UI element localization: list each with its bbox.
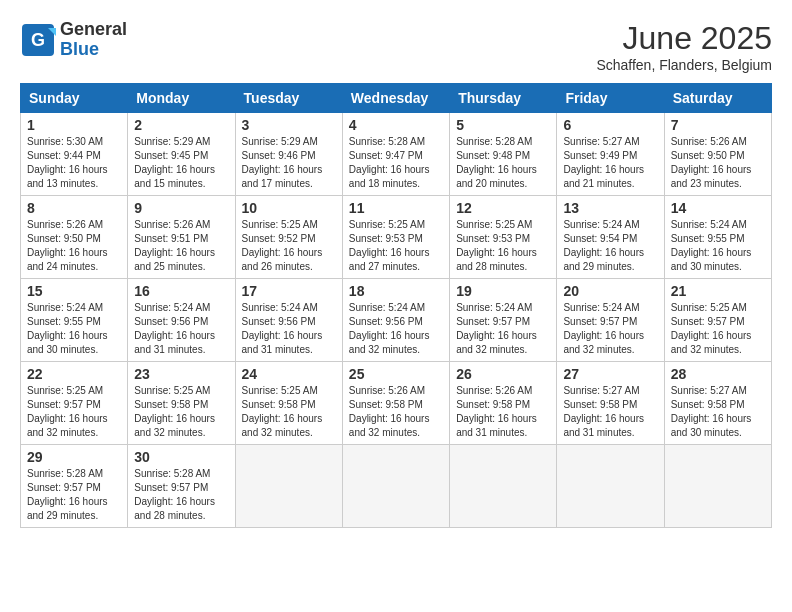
calendar-cell: 1 Sunrise: 5:30 AM Sunset: 9:44 PM Dayli… (21, 113, 128, 196)
day-header-monday: Monday (128, 84, 235, 113)
day-info: Sunrise: 5:28 AM Sunset: 9:57 PM Dayligh… (27, 467, 121, 523)
day-info: Sunrise: 5:25 AM Sunset: 9:53 PM Dayligh… (456, 218, 550, 274)
calendar-cell: 2 Sunrise: 5:29 AM Sunset: 9:45 PM Dayli… (128, 113, 235, 196)
day-number: 22 (27, 366, 121, 382)
location: Schaffen, Flanders, Belgium (596, 57, 772, 73)
day-header-wednesday: Wednesday (342, 84, 449, 113)
day-header-friday: Friday (557, 84, 664, 113)
day-number: 23 (134, 366, 228, 382)
calendar-cell: 4 Sunrise: 5:28 AM Sunset: 9:47 PM Dayli… (342, 113, 449, 196)
day-info: Sunrise: 5:25 AM Sunset: 9:57 PM Dayligh… (671, 301, 765, 357)
day-number: 30 (134, 449, 228, 465)
day-info: Sunrise: 5:25 AM Sunset: 9:58 PM Dayligh… (242, 384, 336, 440)
day-info: Sunrise: 5:24 AM Sunset: 9:54 PM Dayligh… (563, 218, 657, 274)
calendar-cell: 10 Sunrise: 5:25 AM Sunset: 9:52 PM Dayl… (235, 196, 342, 279)
day-number: 20 (563, 283, 657, 299)
day-number: 14 (671, 200, 765, 216)
day-number: 1 (27, 117, 121, 133)
day-number: 18 (349, 283, 443, 299)
calendar-cell (557, 445, 664, 528)
day-header-tuesday: Tuesday (235, 84, 342, 113)
day-info: Sunrise: 5:25 AM Sunset: 9:58 PM Dayligh… (134, 384, 228, 440)
day-info: Sunrise: 5:26 AM Sunset: 9:51 PM Dayligh… (134, 218, 228, 274)
calendar-cell: 9 Sunrise: 5:26 AM Sunset: 9:51 PM Dayli… (128, 196, 235, 279)
day-number: 16 (134, 283, 228, 299)
calendar-week-row: 22 Sunrise: 5:25 AM Sunset: 9:57 PM Dayl… (21, 362, 772, 445)
calendar-week-row: 29 Sunrise: 5:28 AM Sunset: 9:57 PM Dayl… (21, 445, 772, 528)
calendar-cell: 25 Sunrise: 5:26 AM Sunset: 9:58 PM Dayl… (342, 362, 449, 445)
logo-text: General Blue (60, 20, 127, 60)
day-info: Sunrise: 5:24 AM Sunset: 9:56 PM Dayligh… (134, 301, 228, 357)
day-number: 21 (671, 283, 765, 299)
calendar-header-row: SundayMondayTuesdayWednesdayThursdayFrid… (21, 84, 772, 113)
day-number: 13 (563, 200, 657, 216)
day-number: 8 (27, 200, 121, 216)
calendar-cell: 12 Sunrise: 5:25 AM Sunset: 9:53 PM Dayl… (450, 196, 557, 279)
day-header-sunday: Sunday (21, 84, 128, 113)
day-number: 24 (242, 366, 336, 382)
day-info: Sunrise: 5:24 AM Sunset: 9:55 PM Dayligh… (671, 218, 765, 274)
calendar-cell: 20 Sunrise: 5:24 AM Sunset: 9:57 PM Dayl… (557, 279, 664, 362)
day-number: 19 (456, 283, 550, 299)
day-header-saturday: Saturday (664, 84, 771, 113)
logo-general: General (60, 20, 127, 40)
day-info: Sunrise: 5:24 AM Sunset: 9:56 PM Dayligh… (242, 301, 336, 357)
svg-text:G: G (31, 30, 45, 50)
calendar-cell: 23 Sunrise: 5:25 AM Sunset: 9:58 PM Dayl… (128, 362, 235, 445)
page-header: G General Blue June 2025 Schaffen, Fland… (20, 20, 772, 73)
day-info: Sunrise: 5:25 AM Sunset: 9:52 PM Dayligh… (242, 218, 336, 274)
calendar-cell: 5 Sunrise: 5:28 AM Sunset: 9:48 PM Dayli… (450, 113, 557, 196)
day-info: Sunrise: 5:29 AM Sunset: 9:45 PM Dayligh… (134, 135, 228, 191)
day-info: Sunrise: 5:27 AM Sunset: 9:58 PM Dayligh… (671, 384, 765, 440)
day-info: Sunrise: 5:29 AM Sunset: 9:46 PM Dayligh… (242, 135, 336, 191)
day-number: 5 (456, 117, 550, 133)
day-info: Sunrise: 5:24 AM Sunset: 9:55 PM Dayligh… (27, 301, 121, 357)
calendar-cell (235, 445, 342, 528)
calendar-cell: 27 Sunrise: 5:27 AM Sunset: 9:58 PM Dayl… (557, 362, 664, 445)
calendar-week-row: 15 Sunrise: 5:24 AM Sunset: 9:55 PM Dayl… (21, 279, 772, 362)
calendar-cell: 29 Sunrise: 5:28 AM Sunset: 9:57 PM Dayl… (21, 445, 128, 528)
day-number: 27 (563, 366, 657, 382)
calendar-cell: 19 Sunrise: 5:24 AM Sunset: 9:57 PM Dayl… (450, 279, 557, 362)
logo: G General Blue (20, 20, 127, 60)
day-info: Sunrise: 5:28 AM Sunset: 9:57 PM Dayligh… (134, 467, 228, 523)
day-info: Sunrise: 5:28 AM Sunset: 9:48 PM Dayligh… (456, 135, 550, 191)
day-number: 25 (349, 366, 443, 382)
day-number: 15 (27, 283, 121, 299)
logo-icon: G (20, 22, 56, 58)
calendar-cell: 28 Sunrise: 5:27 AM Sunset: 9:58 PM Dayl… (664, 362, 771, 445)
calendar-cell: 7 Sunrise: 5:26 AM Sunset: 9:50 PM Dayli… (664, 113, 771, 196)
day-info: Sunrise: 5:25 AM Sunset: 9:57 PM Dayligh… (27, 384, 121, 440)
logo-blue: Blue (60, 40, 127, 60)
calendar-cell: 21 Sunrise: 5:25 AM Sunset: 9:57 PM Dayl… (664, 279, 771, 362)
day-number: 2 (134, 117, 228, 133)
day-number: 3 (242, 117, 336, 133)
day-number: 6 (563, 117, 657, 133)
calendar-cell: 18 Sunrise: 5:24 AM Sunset: 9:56 PM Dayl… (342, 279, 449, 362)
day-number: 11 (349, 200, 443, 216)
day-number: 4 (349, 117, 443, 133)
day-info: Sunrise: 5:24 AM Sunset: 9:57 PM Dayligh… (456, 301, 550, 357)
calendar-cell (664, 445, 771, 528)
day-info: Sunrise: 5:25 AM Sunset: 9:53 PM Dayligh… (349, 218, 443, 274)
calendar-cell (342, 445, 449, 528)
calendar-cell (450, 445, 557, 528)
day-info: Sunrise: 5:30 AM Sunset: 9:44 PM Dayligh… (27, 135, 121, 191)
calendar-cell: 6 Sunrise: 5:27 AM Sunset: 9:49 PM Dayli… (557, 113, 664, 196)
calendar-week-row: 8 Sunrise: 5:26 AM Sunset: 9:50 PM Dayli… (21, 196, 772, 279)
calendar-week-row: 1 Sunrise: 5:30 AM Sunset: 9:44 PM Dayli… (21, 113, 772, 196)
day-number: 10 (242, 200, 336, 216)
day-number: 12 (456, 200, 550, 216)
day-info: Sunrise: 5:26 AM Sunset: 9:58 PM Dayligh… (349, 384, 443, 440)
calendar-cell: 16 Sunrise: 5:24 AM Sunset: 9:56 PM Dayl… (128, 279, 235, 362)
calendar-cell: 13 Sunrise: 5:24 AM Sunset: 9:54 PM Dayl… (557, 196, 664, 279)
calendar-cell: 22 Sunrise: 5:25 AM Sunset: 9:57 PM Dayl… (21, 362, 128, 445)
calendar-cell: 17 Sunrise: 5:24 AM Sunset: 9:56 PM Dayl… (235, 279, 342, 362)
calendar-table: SundayMondayTuesdayWednesdayThursdayFrid… (20, 83, 772, 528)
calendar-cell: 8 Sunrise: 5:26 AM Sunset: 9:50 PM Dayli… (21, 196, 128, 279)
calendar-cell: 26 Sunrise: 5:26 AM Sunset: 9:58 PM Dayl… (450, 362, 557, 445)
calendar-cell: 3 Sunrise: 5:29 AM Sunset: 9:46 PM Dayli… (235, 113, 342, 196)
day-number: 9 (134, 200, 228, 216)
calendar-cell: 15 Sunrise: 5:24 AM Sunset: 9:55 PM Dayl… (21, 279, 128, 362)
calendar-cell: 30 Sunrise: 5:28 AM Sunset: 9:57 PM Dayl… (128, 445, 235, 528)
